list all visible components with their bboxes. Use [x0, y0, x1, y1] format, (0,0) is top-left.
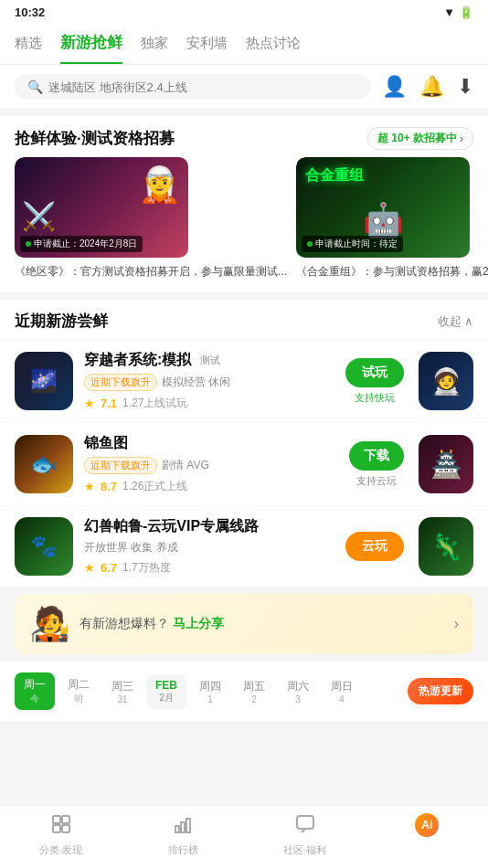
game-item-3: 🐾 幻兽帕鲁-云玩VIP专属线路 开放世界 收集 养成 ★ 6.7 1.7万热度… — [0, 505, 488, 587]
collapse-btn[interactable]: 收起 ∧ — [438, 313, 473, 330]
game-item-2: 🐟 锦鱼图 近期下载旗升 剧情 AVG ★ 8.7 1.26正式上线 下载 支持… — [0, 422, 488, 505]
cal-day-2[interactable]: 周三 31 — [102, 674, 143, 709]
nav-item-community[interactable]: 社区·福利 — [244, 813, 366, 857]
star-icon-1: ★ — [84, 397, 95, 410]
tab-dujia[interactable]: 独家 — [141, 26, 168, 61]
game-list-title: 近期新游尝鲜 — [15, 311, 108, 332]
game-hot-tag-2: 近期下载旗升 — [84, 457, 157, 474]
game-info-1: 穿越者系统:模拟 测试 近期下载旗升 模拟经营 休闲 ★ 7.1 1.27上线试… — [84, 351, 334, 411]
game-meta-1: 1.27上线试玩 — [122, 396, 187, 411]
cal-day-0[interactable]: 周一 今 — [15, 672, 55, 710]
cal-sub-6: 3 — [295, 694, 301, 704]
cal-sub-2: 31 — [117, 694, 127, 704]
status-icons: ▼ 🔋 — [443, 5, 473, 19]
svg-rect-1 — [62, 816, 69, 823]
cal-sub-0: 今 — [30, 693, 39, 705]
chat-icon — [294, 813, 316, 841]
cal-label-0: 周一 — [24, 677, 46, 693]
banner-scroll: 🧝 ⚔️ 申请截止：2024年2月8日 《绝区零》：官方测试资格招募开启，参与赢… — [0, 157, 488, 292]
cal-label-7: 周日 — [331, 679, 353, 694]
cal-sub-7: 4 — [339, 694, 345, 704]
chevron-up-icon: ∧ — [464, 314, 473, 328]
battery-icon: 🔋 — [459, 5, 473, 19]
banner-date-1: 申请截止：2024年2月8日 — [20, 236, 143, 252]
share-banner[interactable]: 🧑‍🎤 有新游想爆料？ 马上分享 › — [15, 594, 473, 654]
profile-icon[interactable]: 👤 — [382, 75, 407, 99]
game-info-2: 锦鱼图 近期下载旗升 剧情 AVG ★ 8.7 1.26正式上线 — [84, 434, 338, 494]
bottom-nav: 分类·发现 排行榜 社区·福利 Ai — [0, 805, 488, 868]
cal-day-feb[interactable]: FEB 2月 — [146, 674, 186, 709]
cal-day-1[interactable]: 周二 明 — [58, 672, 99, 710]
cal-label-6: 周六 — [287, 679, 309, 694]
cal-label-1: 周二 — [68, 677, 90, 693]
game-cat-2: 剧情 AVG — [162, 458, 209, 473]
game-name-1: 穿越者系统:模拟 — [84, 351, 191, 370]
tab-anli[interactable]: 安利墙 — [186, 26, 228, 61]
tab-xinyou[interactable]: 新游抢鲜 — [60, 23, 122, 64]
nav-item-discover[interactable]: 分类·发现 — [0, 813, 122, 857]
game-btn-3[interactable]: 云玩 — [345, 532, 404, 561]
test-badge-btn[interactable]: 超 10+ 款招募中 › — [367, 127, 473, 150]
bell-icon[interactable]: 🔔 — [419, 75, 444, 99]
game-list-section: 近期新游尝鲜 收起 ∧ 🌌 穿越者系统:模拟 测试 近期下载旗升 模拟经营 休闲… — [0, 300, 488, 587]
game-sub-action-2: 支持云玩 — [356, 474, 397, 488]
grid-icon — [50, 813, 72, 841]
header-icons: 👤 🔔 ⬇ — [382, 75, 473, 99]
cal-label-5: 周五 — [243, 679, 265, 694]
nav-label-discover: 分类·发现 — [39, 843, 82, 857]
game-icon-side-2: 🏯 — [419, 435, 473, 493]
cal-sub-5: 2 — [251, 694, 257, 704]
game-rating-3: 6.7 — [101, 561, 117, 575]
download-icon[interactable]: ⬇ — [457, 75, 473, 99]
chart-icon — [172, 813, 194, 841]
game-btn-2[interactable]: 下载 — [349, 441, 404, 471]
search-input[interactable] — [48, 80, 358, 94]
banner-card-2[interactable]: 合金重组 🤖 申请截止时间：待定 《合金重组》：参与测试资格招募，赢2月限量测试… — [296, 157, 488, 280]
game-name-2: 锦鱼图 — [84, 434, 128, 453]
badge-arrow: › — [460, 132, 463, 145]
svg-rect-7 — [297, 816, 313, 829]
game-icon-1: 🌌 — [15, 352, 73, 410]
share-arrow-icon: › — [454, 616, 459, 632]
tab-jingxuan[interactable]: 精选 — [15, 26, 42, 61]
star-icon-3: ★ — [84, 561, 95, 575]
svg-rect-5 — [181, 822, 185, 832]
banner-card-1[interactable]: 🧝 ⚔️ 申请截止：2024年2月8日 《绝区零》：官方测试资格招募开启，参与赢… — [15, 157, 287, 280]
cal-sub-1: 明 — [74, 693, 83, 705]
tab-redian[interactable]: 热点讨论 — [246, 26, 301, 61]
cal-day-4[interactable]: 周四 1 — [190, 674, 230, 709]
cal-label-4: 周四 — [199, 679, 221, 694]
cal-day-7[interactable]: 周日 4 — [322, 674, 362, 709]
status-bar: 10:32 ▼ 🔋 — [0, 0, 488, 23]
svg-rect-3 — [62, 825, 69, 832]
cal-sub-4: 1 — [207, 694, 213, 704]
game-meta-3: 1.7万热度 — [122, 560, 171, 576]
nav-item-ranking[interactable]: 排行榜 — [122, 813, 245, 857]
search-input-wrap[interactable]: 🔍 — [15, 74, 371, 100]
cal-sub-feb: 2月 — [159, 692, 174, 704]
game-status-1: 测试 — [196, 353, 224, 368]
svg-rect-6 — [186, 819, 190, 832]
nav-item-ai[interactable]: Ai — [366, 813, 489, 857]
game-name-3: 幻兽帕鲁-云玩VIP专属线路 — [84, 517, 259, 536]
game-rating-1: 7.1 — [101, 397, 117, 410]
hot-update-btn[interactable]: 热游更新 — [408, 678, 473, 704]
game-cat-3: 开放世界 收集 养成 — [84, 540, 178, 556]
game-action-3: 云玩 — [345, 532, 404, 561]
game-list-header: 近期新游尝鲜 收起 ∧ — [0, 300, 488, 339]
game-btn-1[interactable]: 试玩 — [345, 358, 404, 387]
cal-day-6[interactable]: 周六 3 — [278, 674, 318, 709]
game-sub-action-1: 支持快玩 — [355, 391, 395, 405]
game-hot-tag-1: 近期下载旗升 — [84, 374, 157, 391]
game-icon-side-3: 🦎 — [419, 517, 473, 576]
badge-text: 超 10+ 款招募中 — [377, 131, 457, 146]
banner-robot-icon: 🤖 — [363, 201, 404, 239]
banner-desc-1: 《绝区零》：官方测试资格招募开启，参与赢限量测试... — [15, 258, 287, 280]
status-time: 10:32 — [15, 5, 45, 19]
game-action-2: 下载 支持云玩 — [349, 441, 404, 488]
cal-day-5[interactable]: 周五 2 — [234, 674, 274, 709]
share-text: 有新游想爆料？ 马上分享 — [80, 616, 445, 632]
search-icon: 🔍 — [27, 79, 43, 94]
game-item-1: 🌌 穿越者系统:模拟 测试 近期下载旗升 模拟经营 休闲 ★ 7.1 1.27上… — [0, 339, 488, 422]
nav-label-community: 社区·福利 — [283, 843, 326, 857]
